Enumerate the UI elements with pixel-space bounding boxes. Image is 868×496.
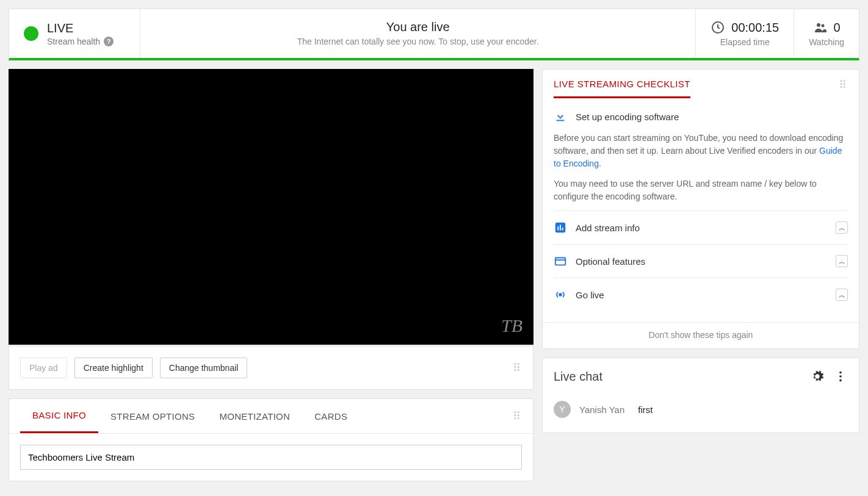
create-highlight-button[interactable]: Create highlight (74, 358, 153, 378)
watermark: TB (501, 315, 523, 336)
svg-rect-8 (555, 258, 566, 265)
chat-username[interactable]: Yanish Yan (579, 404, 624, 415)
elapsed-label: Elapsed time (711, 37, 779, 47)
help-icon[interactable]: ? (104, 37, 114, 46)
people-icon (813, 20, 828, 35)
drag-handle-icon[interactable]: ⠿ (513, 409, 522, 423)
live-label: LIVE (47, 21, 114, 35)
tab-stream-options[interactable]: STREAM OPTIONS (98, 400, 207, 433)
dont-show-tips-link[interactable]: Don't show these tips again (543, 322, 859, 348)
expand-icon[interactable]: ︽ (836, 221, 848, 234)
watching-value: 0 (834, 21, 841, 35)
stream-health-label: Stream health (47, 37, 100, 46)
broadcast-icon (554, 288, 567, 301)
checklist-item-go-live[interactable]: Go live ︽ (554, 278, 848, 311)
play-ad-button[interactable]: Play ad (20, 358, 67, 378)
elapsed-time-box: 00:00:15 Elapsed time (695, 9, 794, 58)
svg-point-11 (839, 372, 842, 374)
drag-handle-icon[interactable]: ⠿ (839, 78, 848, 92)
svg-rect-7 (562, 228, 563, 231)
checklist-row-label: Optional features (576, 256, 645, 267)
info-bars-icon (554, 221, 567, 234)
status-subtitle: The Internet can totally see you now. To… (146, 37, 689, 46)
svg-rect-6 (560, 225, 561, 230)
elapsed-value: 00:00:15 (731, 21, 779, 35)
tab-basic-info[interactable]: BASIC INFO (20, 399, 98, 433)
watching-label: Watching (809, 37, 844, 47)
drag-handle-icon[interactable]: ⠿ (513, 361, 522, 375)
checklist-item-optional[interactable]: Optional features ︽ (554, 244, 848, 278)
card-icon (554, 254, 567, 268)
checklist-desc-1: Before you can start streaming on YouTub… (554, 132, 848, 170)
svg-point-12 (839, 375, 842, 378)
download-icon (554, 110, 567, 123)
checklist-item-stream-info[interactable]: Add stream info ︽ (554, 210, 848, 244)
chat-text: first (638, 404, 653, 415)
stream-health[interactable]: Stream health ? (47, 37, 114, 46)
checklist-row-label: Go live (576, 290, 604, 300)
tab-monetization[interactable]: MONETIZATION (207, 400, 302, 433)
svg-point-13 (839, 379, 842, 382)
expand-icon[interactable]: ︽ (836, 289, 848, 301)
status-center: You are live The Internet can totally se… (140, 9, 695, 58)
checklist-item-encoding: Set up encoding software (554, 110, 848, 123)
watching-box: 0 Watching (794, 9, 859, 58)
chat-panel: Live chat Y Yanish Yan first (542, 358, 859, 433)
more-icon[interactable] (833, 369, 848, 384)
svg-point-10 (559, 293, 562, 296)
change-thumbnail-button[interactable]: Change thumbnail (160, 358, 248, 378)
video-preview[interactable]: TB (9, 69, 533, 345)
svg-point-2 (821, 24, 824, 27)
tab-cards[interactable]: CARDS (302, 400, 360, 433)
chat-title: Live chat (554, 370, 801, 384)
status-bar: LIVE Stream health ? You are live The In… (9, 9, 859, 60)
stream-title-input[interactable] (20, 445, 522, 470)
checklist-row-label: Add stream info (576, 223, 640, 233)
checklist-title: LIVE STREAMING CHECKLIST (554, 79, 690, 98)
checklist-panel: LIVE STREAMING CHECKLIST ⠿ Set up encodi… (542, 69, 859, 349)
avatar[interactable]: Y (554, 401, 571, 418)
checklist-item-title: Set up encoding software (576, 112, 679, 122)
expand-icon[interactable]: ︽ (836, 255, 848, 267)
status-live: LIVE Stream health ? (9, 9, 140, 58)
tabs-panel: BASIC INFO STREAM OPTIONS MONETIZATION C… (9, 398, 533, 481)
live-indicator-dot (24, 26, 38, 41)
actions-bar: Play ad Create highlight Change thumbnai… (9, 346, 533, 390)
svg-rect-5 (557, 226, 559, 230)
chat-message: Y Yanish Yan first (554, 401, 848, 418)
clock-icon (711, 20, 725, 35)
status-title: You are live (146, 20, 689, 34)
svg-rect-3 (557, 120, 565, 121)
checklist-desc-2: You may need to use the server URL and s… (554, 178, 848, 203)
gear-icon[interactable] (810, 369, 825, 384)
svg-point-1 (817, 23, 820, 27)
